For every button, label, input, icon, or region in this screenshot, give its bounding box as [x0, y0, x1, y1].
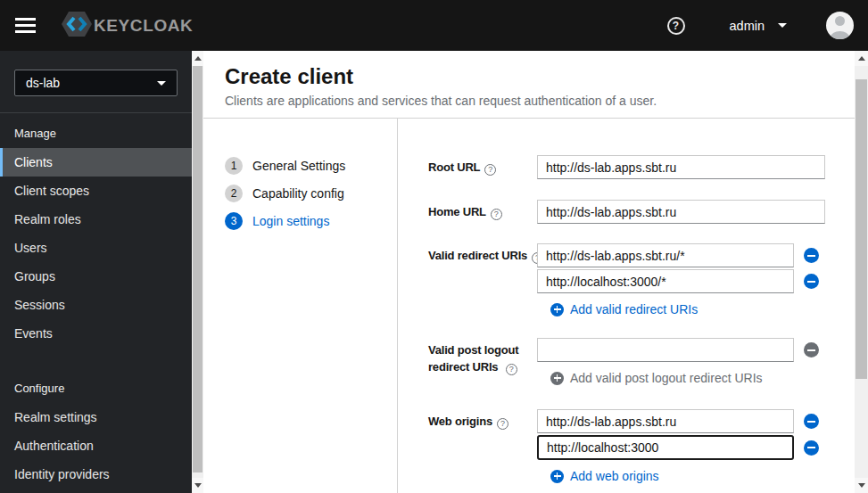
field-help-icon[interactable]: ?	[491, 209, 502, 220]
field-label: Home URL?	[428, 200, 537, 226]
sidebar-item-sessions[interactable]: Sessions	[0, 291, 192, 319]
realm-selector[interactable]: ds-lab	[14, 70, 178, 96]
root-url-input[interactable]	[537, 155, 825, 179]
post-logout-redirect-uri-input[interactable]	[537, 338, 794, 362]
page-header: Create client Clients are applications a…	[203, 51, 855, 119]
nav-section-manage: Manage Clients Client scopes Realm roles…	[0, 113, 192, 348]
scroll-up-icon[interactable]	[855, 51, 868, 66]
scroll-down-icon[interactable]	[192, 478, 203, 493]
plus-icon	[550, 372, 564, 385]
step-number: 1	[225, 157, 243, 175]
valid-redirect-uri-input-2[interactable]	[537, 269, 794, 293]
field-label: Root URL?	[428, 155, 537, 181]
wizard-nav: 1 General Settings 2 Capability config 3…	[203, 119, 398, 493]
field-home-url: Home URL?	[428, 200, 855, 226]
web-origin-input-2-focused[interactable]	[537, 435, 794, 460]
field-label: Web origins?	[428, 409, 537, 483]
nav-section-title: Manage	[0, 113, 192, 148]
main-scrollbar[interactable]	[855, 51, 868, 493]
step-label: Login settings	[252, 214, 329, 228]
brand-text: KEYCLOAK	[94, 16, 193, 36]
keycloak-logo: KEYCLOAK	[61, 10, 193, 42]
wizard-step-general-settings[interactable]: 1 General Settings	[225, 157, 397, 175]
realm-caret-icon	[157, 81, 166, 86]
scroll-down-icon[interactable]	[855, 478, 868, 493]
field-valid-redirect-uris: Valid redirect URIs? Add valid redirect …	[428, 243, 855, 316]
wizard-step-capability-config[interactable]: 2 Capability config	[225, 185, 397, 202]
step-number: 2	[225, 185, 243, 202]
login-settings-form: Root URL? Home URL?	[398, 119, 855, 493]
field-web-origins: Web origins? Add web origins	[428, 409, 855, 483]
web-origin-input-1[interactable]	[537, 409, 794, 433]
plus-icon	[550, 470, 564, 483]
step-number: 3	[225, 212, 243, 230]
main-scrollbar-thumb[interactable]	[856, 79, 867, 379]
add-valid-redirect-uris-button[interactable]: Add valid redirect URIs	[550, 302, 819, 316]
field-valid-post-logout-redirect-uris: Valid post logout redirect URIs ? Add va…	[428, 338, 855, 385]
masthead-right: ? admin	[667, 12, 855, 39]
sidebar-item-authentication[interactable]: Authentication	[0, 431, 192, 460]
main-content: Create client Clients are applications a…	[203, 51, 855, 493]
field-label: Valid redirect URIs?	[428, 243, 537, 316]
remove-uri-icon[interactable]	[804, 248, 819, 263]
sidebar-item-identity-providers[interactable]: Identity providers	[0, 460, 192, 489]
plus-icon	[550, 303, 564, 316]
page-subtitle: Clients are applications and services th…	[225, 94, 833, 108]
remove-uri-icon[interactable]	[804, 274, 819, 289]
sidebar-item-users[interactable]: Users	[0, 234, 192, 262]
nav-section-title: Configure	[0, 368, 192, 403]
sidebar-item-clients[interactable]: Clients	[0, 148, 192, 177]
nav-toggle-icon[interactable]	[15, 18, 36, 33]
user-menu[interactable]: admin	[730, 19, 765, 33]
remove-uri-icon-disabled	[804, 342, 819, 357]
sidebar-scrollbar[interactable]	[192, 51, 203, 493]
field-help-icon[interactable]: ?	[484, 164, 496, 176]
add-post-logout-redirect-uris-button: Add valid post logout redirect URIs	[550, 371, 819, 385]
nav-section-configure: Configure Realm settings Authentication …	[0, 368, 192, 493]
remove-origin-icon[interactable]	[804, 414, 819, 429]
home-url-input[interactable]	[537, 200, 825, 224]
valid-redirect-uri-input-1[interactable]	[537, 243, 794, 267]
sidebar-item-events[interactable]: Events	[0, 319, 192, 348]
help-icon[interactable]: ?	[667, 17, 685, 35]
user-menu-caret-icon[interactable]	[778, 23, 787, 28]
sidebar-item-groups[interactable]: Groups	[0, 262, 192, 291]
field-root-url: Root URL?	[428, 155, 855, 181]
realm-name: ds-lab	[26, 76, 60, 90]
field-label: Valid post logout redirect URIs ?	[428, 338, 537, 385]
field-help-icon[interactable]: ?	[497, 418, 508, 430]
scroll-up-icon[interactable]	[192, 51, 203, 66]
sidebar-item-realm-settings[interactable]: Realm settings	[0, 403, 192, 431]
wizard-step-login-settings[interactable]: 3 Login settings	[225, 212, 397, 230]
avatar[interactable]	[826, 12, 854, 39]
sidebar-item-client-scopes[interactable]: Client scopes	[0, 177, 192, 205]
step-label: General Settings	[252, 159, 345, 173]
sidebar-item-user-federation[interactable]: User federation	[0, 489, 192, 493]
sidebar-item-realm-roles[interactable]: Realm roles	[0, 205, 192, 234]
step-label: Capability config	[252, 186, 344, 201]
sidebar-scrollbar-thumb[interactable]	[193, 66, 203, 472]
field-help-icon[interactable]: ?	[506, 364, 517, 375]
keycloak-logo-icon	[61, 10, 93, 42]
masthead: KEYCLOAK ? admin	[0, 0, 868, 51]
page-title: Create client	[225, 64, 833, 89]
sidebar: ds-lab Manage Clients Client scopes Real…	[0, 51, 192, 493]
add-web-origins-button[interactable]: Add web origins	[550, 469, 819, 483]
remove-origin-icon[interactable]	[804, 440, 819, 456]
